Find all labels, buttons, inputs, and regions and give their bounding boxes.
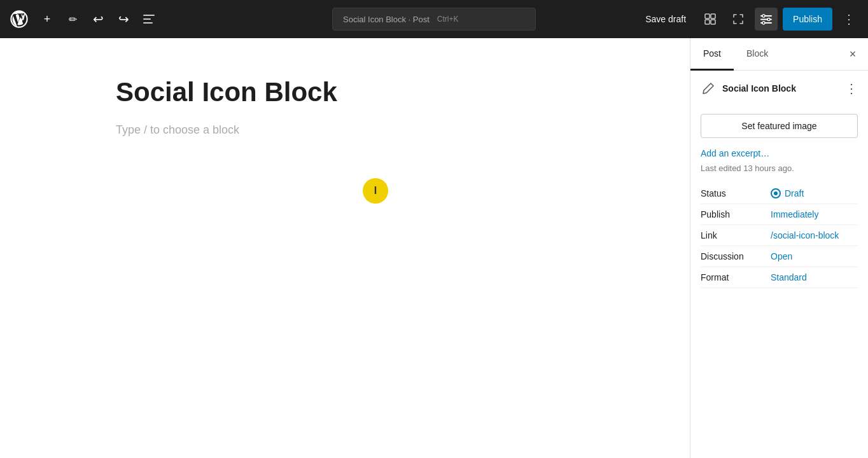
status-value-text: Draft bbox=[785, 188, 804, 198]
undo-button[interactable]: ↩ bbox=[87, 8, 109, 31]
meta-row-format: Format Standard bbox=[701, 267, 858, 288]
svg-point-13 bbox=[762, 22, 765, 24]
last-edited-text: Last edited 13 hours ago. bbox=[701, 163, 858, 173]
meta-label-status: Status bbox=[701, 188, 771, 198]
svg-rect-1 bbox=[143, 15, 155, 16]
block-title-label: Social Icon Block bbox=[722, 83, 796, 94]
post-title[interactable]: Social Icon Block bbox=[116, 76, 574, 108]
link-value-text: /social-icon-block bbox=[771, 230, 839, 240]
sidebar-close-button[interactable]: × bbox=[843, 44, 863, 64]
editor-canvas[interactable]: Social Icon Block Type / to choose a blo… bbox=[0, 38, 690, 458]
edit-tool-button[interactable]: ✏ bbox=[61, 8, 84, 31]
more-tools-button[interactable]: ⋮ bbox=[837, 8, 860, 31]
block-header-left: Social Icon Block bbox=[701, 81, 796, 96]
search-bar-text: Social Icon Block · Post bbox=[343, 15, 430, 24]
post-placeholder[interactable]: Type / to choose a block bbox=[116, 123, 574, 137]
svg-rect-7 bbox=[711, 20, 715, 24]
meta-label-publish: Publish bbox=[701, 209, 771, 219]
meta-value-link[interactable]: /social-icon-block bbox=[771, 230, 839, 240]
publish-button[interactable]: Publish bbox=[783, 8, 832, 31]
cursor-indicator: I bbox=[363, 178, 388, 204]
meta-row-status: Status Draft bbox=[701, 183, 858, 204]
fullscreen-button[interactable] bbox=[727, 8, 750, 31]
redo-button[interactable]: ↪ bbox=[112, 8, 135, 31]
save-draft-button[interactable]: Save draft bbox=[638, 9, 694, 29]
svg-point-11 bbox=[762, 15, 765, 17]
document-overview-button[interactable] bbox=[137, 8, 160, 31]
block-more-button[interactable]: ⋮ bbox=[845, 81, 858, 96]
search-shortcut: Ctrl+K bbox=[437, 15, 459, 24]
settings-button[interactable] bbox=[755, 8, 778, 31]
svg-rect-5 bbox=[711, 14, 715, 18]
meta-value-format[interactable]: Standard bbox=[771, 272, 807, 282]
tab-post[interactable]: Post bbox=[690, 38, 734, 71]
add-block-button[interactable]: + bbox=[36, 8, 59, 31]
post-content: Social Icon Block Type / to choose a blo… bbox=[116, 76, 574, 137]
wp-logo[interactable] bbox=[8, 8, 31, 31]
block-icon bbox=[701, 81, 716, 96]
toolbar-right: Save draft Publish ⋮ bbox=[638, 8, 860, 31]
meta-label-discussion: Discussion bbox=[701, 251, 771, 261]
svg-rect-2 bbox=[143, 18, 151, 20]
sidebar-tabs: Post Block × bbox=[690, 38, 868, 71]
meta-row-discussion: Discussion Open bbox=[701, 246, 858, 267]
svg-rect-6 bbox=[705, 20, 710, 24]
search-bar[interactable]: Social Icon Block · Post Ctrl+K bbox=[332, 8, 536, 31]
toolbar: + ✏ ↩ ↪ Social Icon Block · Post Ctrl+K … bbox=[0, 0, 868, 38]
cursor-symbol: I bbox=[374, 185, 377, 197]
tab-block[interactable]: Block bbox=[734, 38, 781, 71]
svg-rect-3 bbox=[143, 22, 153, 24]
meta-value-publish[interactable]: Immediately bbox=[771, 209, 818, 219]
meta-value-discussion[interactable]: Open bbox=[771, 251, 792, 261]
main-area: Social Icon Block Type / to choose a blo… bbox=[0, 38, 868, 458]
publish-value-text: Immediately bbox=[771, 209, 818, 219]
meta-row-link: Link /social-icon-block bbox=[701, 225, 858, 246]
format-value-text: Standard bbox=[771, 272, 807, 282]
meta-value-status[interactable]: Draft bbox=[771, 188, 804, 198]
block-header: Social Icon Block ⋮ bbox=[701, 81, 858, 104]
svg-point-12 bbox=[767, 18, 770, 21]
sidebar: Post Block × Social Icon Block ⋮ Set f bbox=[690, 38, 868, 458]
meta-table: Status Draft Publish Immediately Link bbox=[701, 183, 858, 288]
svg-rect-4 bbox=[705, 14, 710, 18]
toolbar-left: + ✏ ↩ ↪ bbox=[8, 8, 160, 31]
sidebar-content: Social Icon Block ⋮ Set featured image A… bbox=[690, 71, 868, 458]
set-featured-image-button[interactable]: Set featured image bbox=[701, 114, 858, 138]
meta-row-publish: Publish Immediately bbox=[701, 204, 858, 225]
view-options-button[interactable] bbox=[699, 8, 722, 31]
status-circle-icon bbox=[771, 188, 781, 198]
meta-label-link: Link bbox=[701, 230, 771, 240]
discussion-value-text: Open bbox=[771, 251, 792, 261]
meta-label-format: Format bbox=[701, 272, 771, 282]
add-excerpt-link[interactable]: Add an excerpt… bbox=[701, 148, 858, 158]
